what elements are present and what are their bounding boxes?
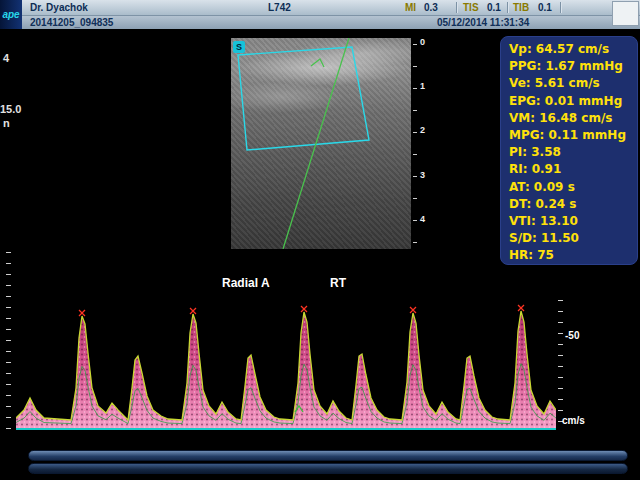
left-param-2: 15.0 [0, 103, 21, 115]
left-ruler [6, 252, 11, 434]
left-param-3: n [3, 117, 10, 129]
softkey-bar-upper[interactable] [28, 450, 628, 461]
bmode-overlay [231, 38, 411, 249]
depth-tick-2: 2 [420, 125, 425, 135]
measurement-row: EPG: 0.01 mmHg [509, 93, 637, 110]
subheader-bar: 20141205_094835 05/12/2014 11:31:34 [0, 15, 640, 29]
measurement-row: PPG: 1.67 mmHg [509, 58, 637, 75]
annotation-label: Radial A [222, 276, 270, 290]
orientation-marker: S [233, 41, 245, 53]
steer-line[interactable] [283, 38, 349, 249]
annotation-side: RT [330, 276, 346, 290]
depth-tick-3: 3 [420, 170, 425, 180]
measurement-row: DT: 0.24 s [509, 196, 637, 213]
exam-id: 20141205_094835 [30, 17, 113, 28]
depth-ruler-ticks [413, 44, 417, 244]
depth-tick-4: 4 [420, 214, 425, 224]
tib-value: 0.1 [538, 2, 552, 13]
datetime: 05/12/2014 11:31:34 [437, 17, 529, 28]
measurement-row: MPG: 0.11 mmHg [509, 127, 637, 144]
ultrasound-screen: Dr. Dyachok L742 MI 0.3 TIS 0.1 TIB 0.1 … [0, 0, 640, 480]
probe-label: L742 [268, 2, 291, 13]
tib-label: TIB [513, 2, 529, 13]
measurement-row: PI: 3.58 [509, 144, 637, 161]
measurement-row: S/D: 11.50 [509, 230, 637, 247]
softkey-bar-lower[interactable] [28, 463, 628, 474]
spectral-baseline[interactable] [16, 428, 556, 430]
measurement-row: AT: 0.09 s [509, 179, 637, 196]
color-box-outline[interactable] [238, 47, 369, 150]
spectral-waveform [16, 298, 556, 430]
mi-value: 0.3 [424, 2, 438, 13]
header-divider [507, 2, 508, 13]
depth-tick-0: 0 [420, 37, 425, 47]
vendor-logo: ape [0, 0, 22, 29]
measurement-row: HR: 75 [509, 247, 637, 264]
measurement-row: Vp: 64.57 cm/s [509, 41, 637, 58]
measurement-panel: Vp: 64.57 cm/s PPG: 1.67 mmHg Ve: 5.61 c… [500, 36, 638, 265]
doctor-name: Dr. Dyachok [30, 2, 88, 13]
measurement-row: VM: 16.48 cm/s [509, 110, 637, 127]
peak-caliper-markers[interactable] [79, 305, 524, 316]
measurement-row: Ve: 5.61 cm/s [509, 75, 637, 92]
tis-label: TIS [463, 2, 479, 13]
depth-tick-1: 1 [420, 81, 425, 91]
measurement-row: RI: 0.91 [509, 161, 637, 178]
header-divider [560, 2, 561, 13]
thumbnail-box[interactable] [612, 1, 639, 26]
tis-value: 0.1 [487, 2, 501, 13]
mi-label: MI [405, 2, 416, 13]
spectrum-texture [16, 311, 556, 428]
header-bar: Dr. Dyachok L742 MI 0.3 TIS 0.1 TIB 0.1 [0, 0, 640, 15]
header-divider [456, 2, 457, 13]
measurement-row: VTI: 13.10 [509, 213, 637, 230]
bmode-image [231, 38, 411, 249]
velocity-ruler [558, 300, 563, 432]
velocity-unit-label: cm/s [562, 415, 585, 426]
gate-marker[interactable] [311, 59, 324, 67]
left-param-1: 4 [3, 52, 9, 64]
velocity-scale-label: -50 [565, 330, 579, 341]
